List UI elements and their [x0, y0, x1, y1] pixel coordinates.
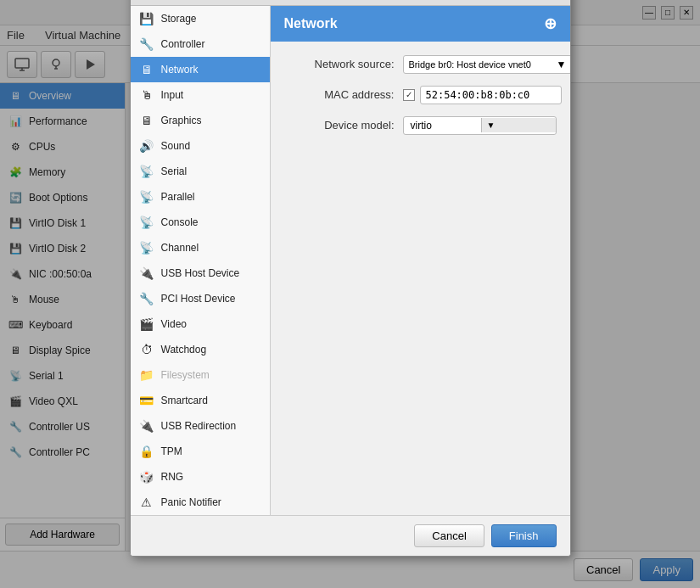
- dialog-finish-button[interactable]: Finish: [491, 524, 557, 547]
- dialog-sidebar-panic[interactable]: ⚠ Panic Notifier: [131, 490, 270, 515]
- dialog-sidebar-label-network: Network: [161, 64, 199, 76]
- dialog-sidebar-console[interactable]: 📡 Console: [131, 210, 270, 235]
- dialog-sidebar-label-parallel: Parallel: [161, 191, 195, 203]
- dialog-overlay: Add New Virtual Hardware 💾 Storage 🔧 Con…: [0, 0, 700, 588]
- dialog-sidebar-label-input: Input: [161, 89, 184, 101]
- dialog-section-title: Network: [284, 16, 338, 31]
- rng-icon: 🎲: [139, 469, 154, 484]
- network-source-row: Network source: Bridge br0: Host device …: [284, 55, 557, 74]
- dialog-sidebar-label-smartcard: Smartcard: [161, 395, 208, 406]
- dialog-sidebar-graphics[interactable]: 🖥 Graphics: [131, 108, 270, 133]
- device-model-row: Device model: virtio ▼: [284, 116, 557, 135]
- dialog-footer: Cancel Finish: [131, 515, 570, 556]
- chevron-down-icon: ▼: [557, 59, 567, 70]
- dialog-sidebar-video[interactable]: 🎬 Video: [131, 311, 270, 337]
- mac-address-checkbox[interactable]: ✓: [403, 89, 415, 101]
- watchdog-icon: ⏱: [139, 342, 154, 357]
- dialog-sidebar-label-usb-redir: USB Redirection: [161, 420, 237, 432]
- device-model-control: virtio ▼: [403, 116, 557, 135]
- dialog-sidebar-label-rng: RNG: [161, 471, 184, 483]
- dialog-sidebar-rng[interactable]: 🎲 RNG: [131, 464, 270, 490]
- mac-address-control: ✓: [403, 86, 562, 104]
- dialog-sidebar-parallel[interactable]: 📡 Parallel: [131, 184, 270, 210]
- dialog-sidebar-watchdog[interactable]: ⏱ Watchdog: [131, 337, 270, 362]
- dialog-body: 💾 Storage 🔧 Controller 🖥 Network 🖱 Input: [131, 6, 570, 515]
- mac-address-row: MAC address: ✓: [284, 86, 557, 104]
- dialog-sidebar-network[interactable]: 🖥 Network: [131, 57, 270, 82]
- serial2-icon: 📡: [139, 164, 154, 179]
- dialog-sidebar-channel[interactable]: 📡 Channel: [131, 235, 270, 260]
- net-icon: 🖥: [139, 62, 154, 77]
- network-source-select[interactable]: Bridge br0: Host device vnet0 ▼: [403, 55, 570, 74]
- dialog-sidebar-label-storage: Storage: [161, 13, 197, 25]
- dialog-section-header: Network ⊕: [271, 6, 570, 42]
- video2-icon: 🎬: [139, 316, 154, 332]
- network-source-label: Network source:: [284, 58, 403, 70]
- fs-icon: 📁: [139, 367, 154, 383]
- dialog-sidebar-input[interactable]: 🖱 Input: [131, 82, 270, 108]
- dialog-sidebar-label-video: Video: [161, 318, 187, 330]
- dialog-sidebar-label-console: Console: [161, 216, 199, 228]
- dialog-sidebar-sound[interactable]: 🔊 Sound: [131, 133, 270, 159]
- smartcard-icon: 💳: [139, 393, 154, 408]
- pci-icon: 🔧: [139, 291, 154, 306]
- dialog-sidebar-storage[interactable]: 💾 Storage: [131, 6, 270, 31]
- tpm-icon: 🔒: [139, 444, 154, 459]
- device-model-value: virtio: [404, 117, 481, 134]
- usb-icon: 🔌: [139, 266, 154, 281]
- mac-address-input[interactable]: [420, 86, 562, 104]
- dialog-sidebar-controller[interactable]: 🔧 Controller: [131, 31, 270, 57]
- usb-redir-icon: 🔌: [139, 418, 154, 434]
- dialog-sidebar-label-pci-host: PCI Host Device: [161, 293, 236, 305]
- sound-icon: 🔊: [139, 138, 154, 154]
- dialog-sidebar-label-controller: Controller: [161, 38, 205, 50]
- dialog-sidebar: 💾 Storage 🔧 Controller 🖥 Network 🖱 Input: [131, 6, 271, 515]
- channel-icon: 📡: [139, 240, 154, 255]
- dialog-sidebar-label-serial: Serial: [161, 165, 188, 177]
- dialog-sidebar-usb-redir[interactable]: 🔌 USB Redirection: [131, 413, 270, 439]
- dialog-sidebar-label-sound: Sound: [161, 140, 191, 152]
- parallel-icon: 📡: [139, 189, 154, 204]
- dialog-cancel-button[interactable]: Cancel: [414, 524, 484, 547]
- device-model-select[interactable]: virtio ▼: [403, 116, 557, 135]
- dialog-sidebar-tpm[interactable]: 🔒 TPM: [131, 439, 270, 464]
- dialog-sidebar-smartcard[interactable]: 💳 Smartcard: [131, 388, 270, 413]
- dialog-sidebar-label-filesystem: Filesystem: [161, 369, 210, 381]
- dialog-sidebar-label-panic: Panic Notifier: [161, 496, 221, 508]
- panic-icon: ⚠: [139, 495, 154, 510]
- dialog-sidebar-label-graphics: Graphics: [161, 115, 202, 126]
- dialog-sidebar-pci-host[interactable]: 🔧 PCI Host Device: [131, 286, 270, 311]
- network-source-control: Bridge br0: Host device vnet0 ▼: [403, 55, 570, 74]
- dialog-sidebar-label-watchdog: Watchdog: [161, 344, 207, 356]
- dropdown-arrow-icon[interactable]: ▼: [481, 118, 556, 132]
- device-model-label: Device model:: [284, 119, 403, 132]
- graphics-icon: 🖥: [139, 113, 154, 128]
- dialog-sidebar-label-usb-host: USB Host Device: [161, 267, 240, 279]
- app-window: Add Virtual Hardware — □ ✕ File Virtual …: [0, 0, 700, 588]
- dialog-sidebar-usb-host[interactable]: 🔌 USB Host Device: [131, 260, 270, 286]
- settings-icon[interactable]: ⊕: [544, 14, 557, 33]
- console-icon: 📡: [139, 215, 154, 230]
- dialog-sidebar-label-channel: Channel: [161, 242, 199, 254]
- add-hardware-dialog: Add New Virtual Hardware 💾 Storage 🔧 Con…: [130, 0, 571, 557]
- dialog-main: Network ⊕ Network source: Bridge br0: Ho…: [271, 6, 570, 515]
- dialog-sidebar-serial[interactable]: 📡 Serial: [131, 159, 270, 184]
- ctrl-icon: 🔧: [139, 36, 154, 52]
- network-source-value: Bridge br0: Host device vnet0: [409, 59, 531, 70]
- dialog-sidebar-filesystem: 📁 Filesystem: [131, 362, 270, 388]
- dialog-form: Network source: Bridge br0: Host device …: [271, 42, 570, 160]
- dialog-sidebar-label-tpm: TPM: [161, 445, 182, 457]
- mac-address-label: MAC address:: [284, 88, 403, 101]
- input-icon: 🖱: [139, 87, 154, 103]
- storage-icon: 💾: [139, 11, 154, 26]
